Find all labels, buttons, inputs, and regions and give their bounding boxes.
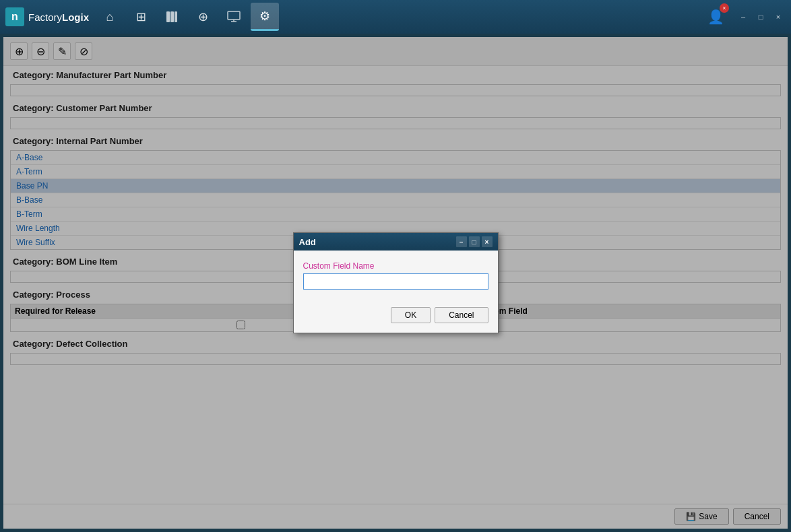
svg-rect-3 (228, 11, 240, 20)
nav-gear-icon[interactable]: ⚙ (251, 3, 279, 31)
nav-monitor-icon[interactable] (220, 3, 248, 31)
titlebar-right: 👤 × – □ × (705, 6, 786, 28)
app-logo: n FactoryLogix (5, 7, 89, 26)
user-profile: 👤 × (705, 6, 726, 28)
nav-home-icon[interactable]: ⌂ (96, 3, 124, 31)
svg-rect-1 (170, 11, 174, 22)
ok-button[interactable]: OK (391, 307, 431, 323)
add-dialog: Add – □ × Custom Field Name OK Cancel (293, 232, 499, 333)
nav-icons: ⌂ ⊞ ⊕ ⚙ (96, 3, 705, 31)
dialog-cancel-button[interactable]: Cancel (435, 307, 488, 323)
modal-overlay: Add – □ × Custom Field Name OK Cancel (3, 37, 788, 529)
dialog-body: Custom Field Name (294, 251, 498, 300)
custom-field-label: Custom Field Name (303, 261, 488, 271)
svg-rect-2 (175, 11, 177, 22)
nav-grid-icon[interactable]: ⊞ (127, 3, 155, 31)
dialog-title: Add (299, 237, 316, 247)
svg-rect-0 (166, 11, 170, 22)
minimize-button[interactable]: – (736, 9, 751, 24)
main-content: ⊕ ⊖ ✎ ⊘ Category: Manufacturer Part Numb… (3, 37, 788, 529)
dialog-close-button[interactable]: × (482, 236, 493, 247)
app-title: FactoryLogix (28, 11, 89, 23)
dialog-win-buttons: – □ × (456, 236, 493, 247)
custom-field-input[interactable] (303, 273, 488, 290)
dialog-maximize-button[interactable]: □ (469, 236, 480, 247)
logo-letter: n (5, 7, 24, 26)
maximize-button[interactable]: □ (753, 9, 768, 24)
user-close-icon[interactable]: × (720, 3, 729, 13)
dialog-titlebar: Add – □ × (294, 233, 498, 251)
titlebar: n FactoryLogix ⌂ ⊞ ⊕ ⚙ 👤 × – □ (0, 0, 791, 34)
close-button[interactable]: × (771, 9, 786, 24)
dialog-minimize-button[interactable]: – (456, 236, 467, 247)
dialog-buttons: OK Cancel (294, 300, 498, 331)
nav-books-icon[interactable] (158, 3, 186, 31)
nav-globe-icon[interactable]: ⊕ (189, 3, 217, 31)
